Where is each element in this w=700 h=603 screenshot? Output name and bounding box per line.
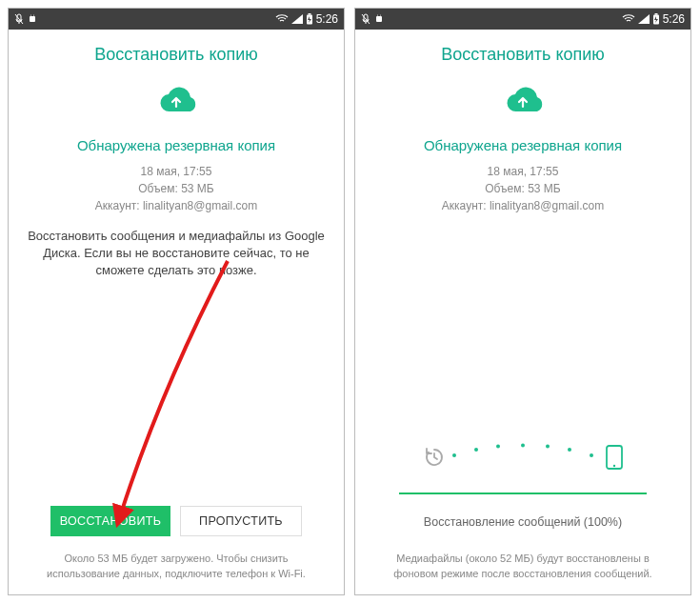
status-time: 5:26 — [663, 12, 685, 26]
backup-account: Аккаунт: linalityan8@gmail.com — [442, 197, 604, 214]
backup-size: Объем: 53 МБ — [95, 180, 257, 197]
transfer-dots-icon — [450, 441, 596, 460]
status-time: 5:26 — [316, 12, 338, 26]
backup-found-label: Обнаружена резервная копия — [424, 137, 622, 153]
backup-size: Объем: 53 МБ — [442, 180, 604, 197]
mic-mute-icon — [361, 13, 370, 25]
phone-screen-left: 5:26 Восстановить копию Обнаружена резер… — [8, 8, 345, 595]
svg-point-14 — [546, 445, 550, 449]
svg-point-2 — [33, 15, 34, 16]
restore-description: Восстановить сообщения и медиафайлы из G… — [26, 228, 327, 280]
wifi-icon — [275, 14, 289, 24]
backup-meta: 18 мая, 17:55 Объем: 53 МБ Аккаунт: lina… — [95, 163, 257, 214]
battery-icon — [306, 13, 313, 25]
svg-point-6 — [377, 15, 378, 16]
svg-point-18 — [613, 465, 615, 467]
restore-button[interactable]: ВОССТАНОВИТЬ — [50, 506, 170, 536]
skip-button[interactable]: ПРОПУСТИТЬ — [180, 506, 302, 536]
cloud-upload-icon — [499, 84, 547, 120]
android-icon — [28, 13, 37, 25]
phone-screen-right: 5:26 Восстановить копию Обнаружена резер… — [354, 8, 691, 595]
android-icon — [374, 13, 384, 25]
svg-point-7 — [380, 15, 381, 16]
svg-rect-0 — [30, 16, 35, 22]
action-buttons: ВОССТАНОВИТЬ ПРОПУСТИТЬ — [26, 506, 327, 536]
progress-text: Восстановление сообщений (100%) — [424, 515, 622, 529]
svg-point-13 — [521, 444, 525, 448]
page-title: Восстановить копию — [94, 45, 258, 65]
footer-note: Медиафайлы (около 52 МБ) будут восстанов… — [372, 552, 673, 581]
backup-meta: 18 мая, 17:55 Объем: 53 МБ Аккаунт: lina… — [442, 163, 604, 214]
progress-bar-fill — [399, 492, 647, 494]
status-bar: 5:26 — [9, 9, 344, 30]
phone-device-icon — [606, 445, 623, 473]
signal-icon — [291, 14, 303, 24]
battery-icon — [652, 13, 660, 25]
transfer-graphic — [423, 445, 623, 473]
backup-date: 18 мая, 17:55 — [95, 163, 257, 180]
backup-date: 18 мая, 17:55 — [442, 163, 604, 180]
footer-note: Около 53 МБ будет загружено. Чтобы снизи… — [26, 552, 327, 581]
svg-rect-4 — [308, 13, 310, 15]
page-title: Восстановить копию — [441, 45, 605, 65]
svg-point-1 — [30, 15, 31, 16]
wifi-icon — [622, 14, 635, 24]
signal-icon — [638, 14, 650, 24]
history-clock-icon — [423, 446, 446, 472]
backup-found-label: Обнаружена резервная копия — [77, 137, 275, 153]
svg-rect-9 — [654, 13, 657, 15]
svg-point-15 — [568, 448, 571, 452]
svg-point-10 — [452, 453, 456, 457]
svg-rect-5 — [376, 16, 382, 22]
svg-point-12 — [496, 445, 500, 449]
svg-point-16 — [590, 453, 593, 457]
mic-mute-icon — [14, 13, 24, 25]
status-bar: 5:26 — [355, 9, 690, 30]
svg-point-11 — [474, 448, 478, 452]
backup-account: Аккаунт: linalityan8@gmail.com — [95, 197, 257, 214]
progress-bar — [399, 492, 647, 494]
cloud-upload-icon — [152, 84, 200, 120]
